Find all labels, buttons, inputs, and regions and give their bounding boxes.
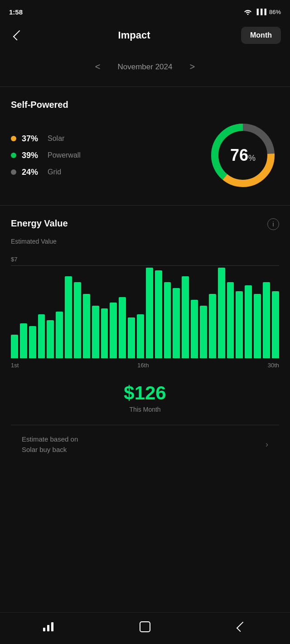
chevron-right-icon: › <box>266 440 268 449</box>
solar-pct: 37% <box>22 134 42 144</box>
bar-item <box>182 276 189 358</box>
bar-item <box>227 282 234 358</box>
bar-item <box>164 282 171 358</box>
bar-item <box>155 270 162 358</box>
self-powered-section: Self-Powered 37% Solar 39% Powerwall 24%… <box>0 87 290 205</box>
signal-icon: ▐▐▐ <box>255 9 266 15</box>
powerwall-dot <box>11 153 16 158</box>
info-button[interactable]: i <box>267 218 279 230</box>
solar-dot <box>11 136 16 141</box>
energy-title: Energy Value <box>11 218 68 229</box>
grid-pct: 24% <box>22 168 42 177</box>
bar-item <box>56 312 63 358</box>
total-area: $126 This Month <box>11 373 279 418</box>
nav-home-button[interactable] <box>131 618 159 636</box>
status-bar: 1:58 ▐▐▐ 86% <box>0 0 290 22</box>
nav-menu-button[interactable] <box>35 618 62 636</box>
estimate-row[interactable]: Estimate based onSolar buy back › <box>11 425 279 464</box>
bar-item <box>83 294 90 358</box>
bar-item <box>29 326 36 358</box>
reference-line <box>11 265 279 266</box>
bar-item <box>209 294 216 358</box>
bar-item <box>74 282 81 358</box>
total-amount: $126 <box>11 382 279 404</box>
bar-item <box>137 314 144 358</box>
month-nav: < November 2024 > <box>0 53 290 87</box>
header: Impact Month <box>0 22 290 53</box>
total-label: This Month <box>11 406 279 413</box>
donut-percentage: 76 <box>230 146 248 164</box>
bar-item <box>65 276 72 358</box>
donut-center: 76% <box>230 146 256 165</box>
x-label-16th: 16th <box>137 362 149 369</box>
bar-chart <box>11 268 279 358</box>
x-label-1st: 1st <box>11 362 19 369</box>
x-axis-labels: 1st 16th 30th <box>11 358 279 369</box>
bar-item <box>101 308 108 358</box>
bar-item <box>263 282 270 358</box>
bar-item <box>47 320 54 358</box>
donut-percent-sign: % <box>248 154 256 163</box>
page-title: Impact <box>118 29 150 41</box>
energy-section: Energy Value Estimated Value i $7 1st 16… <box>0 206 290 473</box>
grid-dot <box>11 169 16 175</box>
bar-item <box>173 288 180 358</box>
bar-item <box>11 335 18 358</box>
bar-item <box>236 291 243 358</box>
grid-label: Grid <box>48 168 61 176</box>
current-month-label: November 2024 <box>118 62 173 72</box>
period-button[interactable]: Month <box>241 27 281 44</box>
back-chevron-icon <box>13 30 24 41</box>
energy-subtitle: Estimated Value <box>11 238 68 245</box>
bar-item <box>20 323 27 358</box>
bar-item <box>119 297 126 358</box>
bar-item <box>38 314 45 358</box>
powerwall-label: Powerwall <box>48 151 81 159</box>
wifi-icon <box>244 9 252 15</box>
nav-back-button[interactable] <box>228 618 255 636</box>
powerwall-pct: 39% <box>22 151 42 160</box>
legend-item-solar: 37% Solar <box>11 134 81 144</box>
solar-label: Solar <box>48 135 64 143</box>
bar-item <box>128 317 135 358</box>
legend-item-powerwall: 39% Powerwall <box>11 151 81 160</box>
energy-title-group: Energy Value Estimated Value <box>11 218 68 254</box>
bar-chart-area: $7 1st 16th 30th <box>11 256 279 373</box>
bottom-nav <box>0 612 290 644</box>
donut-chart: 76% <box>207 119 279 192</box>
estimate-text: Estimate based onSolar buy back <box>22 434 78 455</box>
menu-icon <box>43 622 53 631</box>
back-button[interactable] <box>9 26 27 44</box>
legend: 37% Solar 39% Powerwall 24% Grid <box>11 134 81 177</box>
bar-item <box>218 268 225 358</box>
bar-item <box>92 306 99 358</box>
bar-item <box>200 306 207 358</box>
self-powered-title: Self-Powered <box>11 100 279 110</box>
bar-item <box>254 294 261 358</box>
y-axis-label: $7 <box>11 256 279 263</box>
status-icons: ▐▐▐ 86% <box>244 9 281 15</box>
bar-item <box>110 303 117 358</box>
energy-section-header: Energy Value Estimated Value i <box>11 218 279 254</box>
home-icon <box>140 621 150 632</box>
back-nav-icon <box>237 621 247 632</box>
legend-item-grid: 24% Grid <box>11 168 81 177</box>
next-month-button[interactable]: > <box>186 58 198 76</box>
battery-text: 86% <box>269 9 281 15</box>
self-powered-content: 37% Solar 39% Powerwall 24% Grid <box>11 119 279 192</box>
bar-item <box>245 285 252 358</box>
bar-item <box>272 291 279 358</box>
prev-month-button[interactable]: < <box>92 58 104 76</box>
status-time: 1:58 <box>9 8 23 16</box>
bar-item <box>191 300 198 358</box>
x-label-30th: 30th <box>268 362 279 369</box>
bar-item <box>146 268 153 358</box>
